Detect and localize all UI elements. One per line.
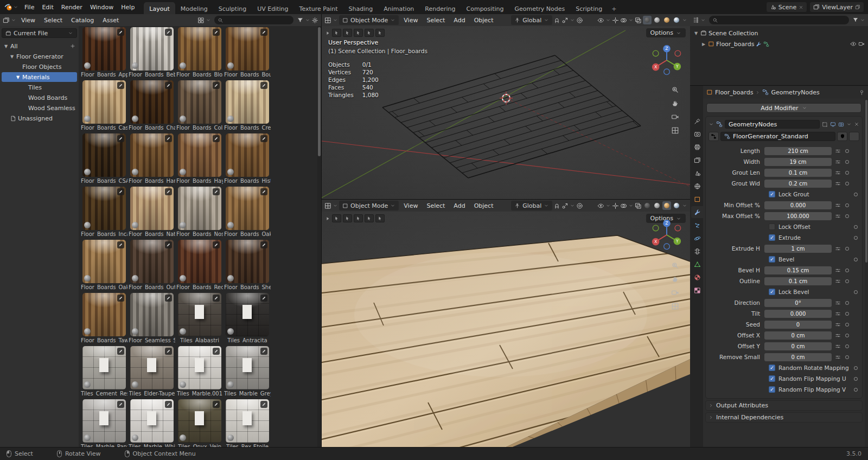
animate-decorator-icon[interactable] (845, 214, 849, 218)
param-value-field[interactable]: 0 cm (764, 353, 832, 361)
asset-card-floor-boards-oak[interactable]: Floor_Boards_Oak... (225, 187, 270, 237)
properties-tab-render[interactable] (691, 128, 703, 140)
shading-wireframe-icon[interactable] (643, 201, 652, 210)
animate-decorator-icon[interactable] (854, 236, 858, 240)
edit-asset-badge[interactable] (260, 188, 267, 195)
gear-icon[interactable] (311, 17, 318, 24)
chevD-icon[interactable] (605, 203, 611, 208)
animate-decorator-icon[interactable] (845, 279, 849, 283)
edit-asset-badge[interactable] (117, 29, 124, 36)
transform-orientation-select[interactable]: Global (511, 15, 552, 25)
edit-asset-badge[interactable] (117, 348, 124, 355)
asset-card-floor-boards-taw[interactable]: Floor_Boards_Taw... (81, 293, 127, 343)
fake-user-shield-button[interactable] (837, 132, 847, 141)
chevD-icon[interactable] (11, 17, 16, 23)
asset-card-floor-boards-csa[interactable]: Floor_Boards_CSA... (81, 133, 127, 184)
chevD-icon[interactable] (682, 203, 687, 208)
pan-hand-icon[interactable] (671, 275, 679, 283)
attribute-input-toggle-icon[interactable] (835, 246, 841, 252)
asset-browser-editor-icon[interactable] (3, 17, 10, 24)
snap-target-icon[interactable] (561, 202, 569, 209)
workspace-tab-animation[interactable]: Animation (378, 2, 419, 14)
shading-material-icon[interactable] (662, 16, 671, 24)
workspace-tab-texture-paint[interactable]: Texture Paint (294, 2, 343, 14)
asset-card-floor-boards-she[interactable]: Floor_Boards_She... (225, 240, 270, 290)
modifier-name-field[interactable]: GeometryNodes (725, 120, 820, 129)
param-value-field[interactable]: 100.000 (764, 212, 832, 220)
menu-help[interactable]: Help (117, 3, 138, 12)
asset-card-tiles-onyx-vein[interactable]: Tiles_Onyx_Vein (177, 399, 222, 447)
navigation-gizmo[interactable]: ZXY (650, 218, 684, 252)
attribute-input-toggle-icon[interactable] (835, 278, 841, 284)
snap-toggle-icon[interactable] (553, 17, 560, 24)
breadcrumb-modifier[interactable]: GeometryNodes (771, 89, 819, 96)
asset-card-floor-boards-out[interactable]: Floor_Boards_Out... (129, 240, 175, 290)
viewport-menu-select[interactable]: Select (423, 201, 449, 210)
animate-decorator-icon[interactable] (845, 323, 849, 327)
menu-render[interactable]: Render (58, 3, 86, 12)
viewport-menu-object[interactable]: Object (470, 201, 497, 210)
tool-select-lasso-icon[interactable] (365, 214, 374, 222)
filter-icon[interactable] (852, 17, 859, 23)
viewlayer-selector[interactable]: ViewLayer (810, 2, 864, 12)
param-checkbox[interactable]: ✓ (769, 289, 775, 295)
properties-tab-view-layer[interactable] (691, 154, 703, 166)
section-internal-dependencies[interactable]: Internal Dependencies (705, 412, 863, 423)
properties-tab-tool[interactable] (691, 115, 703, 127)
chevron-down-icon[interactable] (700, 17, 706, 23)
chevD-icon[interactable] (333, 203, 338, 208)
viewport-menu-select[interactable]: Select (423, 16, 449, 25)
outliner-row-scene-collection[interactable]: ▼Scene Collection (691, 28, 867, 39)
catalog-item-wood-boards[interactable]: Wood Boards (2, 93, 77, 103)
param-value-field[interactable]: 210 cm (764, 147, 832, 155)
attribute-input-toggle-icon[interactable] (835, 322, 841, 328)
snap-toggle-icon[interactable] (553, 202, 560, 209)
animate-decorator-icon[interactable] (845, 344, 849, 348)
display-render-icon[interactable] (838, 122, 844, 127)
tool-select-tweak-icon[interactable] (332, 214, 341, 222)
asset-card-floor-boards-inca[interactable]: Floor_Boards_Inca... (81, 187, 127, 237)
asset-card-tiles-marble-white[interactable]: Tiles_Marble_White (129, 399, 175, 447)
tool-select-tweak-icon[interactable] (332, 29, 341, 37)
unlink-icon[interactable] (799, 5, 803, 10)
disclosure-arrow-icon[interactable]: ▼ (15, 75, 21, 80)
asset-card-tiles-rex-etoile[interactable]: Tiles_Rex-Etoile (225, 399, 270, 447)
viewport-menu-object[interactable]: Object (470, 16, 497, 25)
proportional-edit-icon[interactable] (576, 202, 583, 209)
edit-asset-badge[interactable] (260, 29, 267, 36)
workspace-tab-sculpting[interactable]: Sculpting (213, 2, 252, 14)
tool-select-circle-icon[interactable] (354, 29, 363, 37)
copy-icon[interactable] (855, 4, 860, 10)
blender-logo-icon[interactable] (4, 3, 13, 11)
properties-tab-scene[interactable] (691, 167, 703, 179)
add-catalog-icon[interactable] (70, 43, 75, 49)
properties-tab-particles[interactable] (691, 219, 703, 231)
param-checkbox[interactable]: ✓ (769, 234, 775, 241)
chevD-icon[interactable] (570, 17, 575, 23)
eye-toggle-icon[interactable] (850, 41, 857, 47)
animate-decorator-icon[interactable] (845, 355, 849, 359)
edit-asset-badge[interactable] (260, 348, 267, 355)
shading-rendered-icon[interactable] (672, 201, 681, 210)
tool-cursor-icon[interactable] (375, 214, 385, 222)
edit-asset-badge[interactable] (165, 188, 172, 195)
asset-menu-catalog[interactable]: Catalog (67, 16, 98, 25)
edit-asset-badge[interactable] (117, 82, 124, 89)
disclosure-arrow-icon[interactable]: ▶ (701, 42, 706, 47)
expand-arrow-icon[interactable] (709, 122, 714, 127)
param-value-field[interactable]: 1 cm (764, 245, 832, 253)
param-checkbox[interactable]: ✓ (769, 256, 775, 263)
edit-asset-badge[interactable] (117, 188, 124, 195)
options-button[interactable]: Options (646, 28, 686, 37)
outliner-row-floor-boards[interactable]: ▶Floor_boards (691, 39, 867, 49)
shading-solid-icon[interactable] (653, 16, 661, 24)
toolbar-expand-icon[interactable] (325, 30, 330, 36)
toggle-xray-icon[interactable] (635, 202, 642, 209)
param-checkbox[interactable]: ✓ (769, 375, 775, 382)
chevD-icon[interactable] (570, 203, 575, 208)
animate-decorator-icon[interactable] (854, 290, 858, 294)
object-visibility-icon[interactable] (597, 202, 604, 209)
menu-window[interactable]: Window (86, 3, 117, 12)
modifier-extras-icon[interactable] (846, 122, 852, 127)
workspace-tab-modeling[interactable]: Modeling (175, 2, 213, 14)
